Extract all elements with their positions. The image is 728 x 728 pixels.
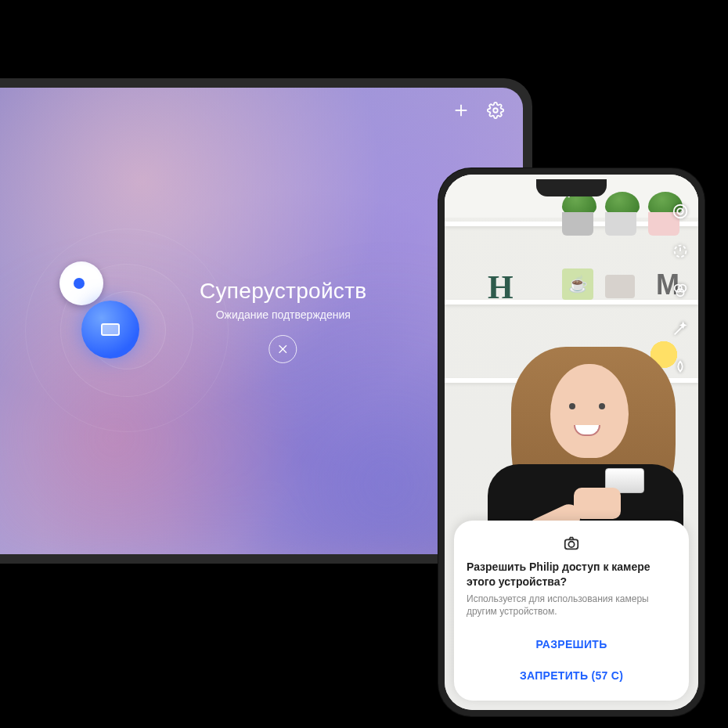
scene-mugbox: ☕ xyxy=(562,268,593,300)
camera-permission-sheet: Разрешить Philip доступ к камере этого у… xyxy=(454,521,689,701)
super-device-title: Суперустройств xyxy=(200,279,366,304)
add-icon[interactable] xyxy=(452,102,470,122)
super-device-radar xyxy=(25,229,229,432)
svg-point-15 xyxy=(568,542,574,547)
scene-pot xyxy=(605,212,636,236)
camera-icon xyxy=(563,535,580,552)
phone-frame: H M ☕ xyxy=(438,168,705,716)
filter-icon[interactable] xyxy=(672,281,689,298)
phone-notch xyxy=(536,179,607,196)
svg-point-9 xyxy=(675,246,687,258)
phone-screen: H M ☕ xyxy=(445,175,698,710)
timer-icon[interactable] xyxy=(672,242,689,259)
deny-button[interactable]: ЗАПРЕТИТЬ (57 С) xyxy=(467,660,676,691)
super-device-panel: Суперустройств Ожидание подтверждения xyxy=(200,279,366,363)
permission-title: Разрешить Philip доступ к камере этого у… xyxy=(467,560,676,589)
scene-pot xyxy=(562,212,593,236)
lens-switch-icon[interactable] xyxy=(672,203,689,220)
close-button[interactable] xyxy=(269,335,297,363)
super-device-subtitle: Ожидание подтверждения xyxy=(200,308,366,321)
permission-subtitle: Используется для использования камеры др… xyxy=(467,593,676,618)
effect-icon[interactable] xyxy=(672,359,689,377)
svg-point-8 xyxy=(677,208,683,214)
tablet-topbar xyxy=(452,102,504,122)
svg-point-13 xyxy=(676,289,683,296)
tablet-glyph-icon xyxy=(101,323,120,336)
svg-point-7 xyxy=(674,205,687,218)
device-node-tablet[interactable] xyxy=(81,301,139,359)
gear-icon[interactable] xyxy=(487,102,504,122)
scene-box xyxy=(605,275,635,298)
close-icon xyxy=(277,343,290,355)
scene-letter-h: H xyxy=(488,268,514,306)
allow-button[interactable]: РАЗРЕШИТЬ xyxy=(467,629,676,660)
device-node-phone[interactable] xyxy=(59,261,103,305)
camera-control-bar xyxy=(672,203,689,377)
beauty-icon[interactable] xyxy=(672,320,689,337)
svg-point-2 xyxy=(493,108,498,113)
